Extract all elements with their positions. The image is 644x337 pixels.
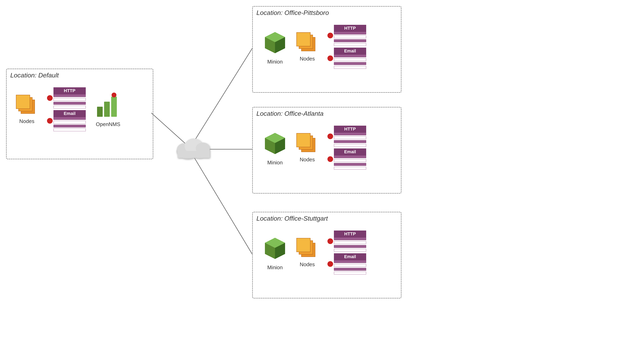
http-line2 [54,98,86,101]
stuttgart-label: Location: Office-Stuttgart [256,215,328,222]
minion-label-stuttgart: Minion [267,264,283,271]
http-service-atlanta: HTTP [328,126,366,147]
http-lines-default [54,94,86,108]
http-service-default: HTTP [47,87,86,108]
nodes-icon-default [17,96,37,116]
http-badge-stuttgart: HTTP [334,231,366,237]
services-stuttgart: HTTP Email [328,231,366,276]
svg-line-3 [192,153,252,254]
http-badge-default: HTTP [54,87,86,94]
nodes-sq3-p [296,32,310,46]
location-default: Location: Default Nodes HTTP [6,68,153,159]
default-label: Location: Default [10,72,59,79]
svg-rect-11 [104,102,110,117]
email-dot-pittsboro [328,55,333,61]
minion-icon-atlanta [263,131,287,157]
location-pittsboro: Location: Office-Pittsboro Minion [252,6,402,93]
services-default: HTTP Email [47,87,86,132]
svg-rect-9 [178,151,210,158]
email-badge-atlanta: Email [334,148,366,155]
nodes-group-stuttgart: Nodes [297,239,317,268]
minion-group-stuttgart: Minion [263,236,287,271]
email-block-default: Email [54,110,86,131]
nodes-group-atlanta: Nodes [297,134,317,163]
email-service-pittsboro: Email [328,48,366,69]
http-dot-stuttgart [328,238,333,244]
email-service-atlanta: Email [328,148,366,170]
email-lines-pittsboro [334,54,366,69]
location-atlanta: Location: Office-Atlanta Minion [252,107,402,194]
http-lines-pittsboro [334,32,366,46]
minion-group-atlanta: Minion [263,131,287,166]
services-atlanta: HTTP Email [328,126,366,171]
email-badge-stuttgart: Email [334,253,366,260]
email-service-stuttgart: Email [328,253,366,275]
nodes-icon-stuttgart [297,239,317,259]
minion-icon-stuttgart [263,236,287,262]
email-line1 [54,117,86,120]
email-service-default: Email [47,110,86,131]
minion-icon-pittsboro [263,30,287,56]
opennms-icon-default [96,93,120,119]
email-dot-stuttgart [328,261,333,267]
http-block-default: HTTP [54,87,86,108]
opennms-label-default: OpenNMS [96,121,120,127]
opennms-group-default: OpenNMS [96,93,120,127]
minion-group-pittsboro: Minion [263,30,287,65]
svg-point-13 [112,93,116,97]
email-line2 [54,121,86,124]
minion-label-pittsboro: Minion [267,59,283,65]
http-badge-atlanta: HTTP [334,126,366,132]
email-line4 [54,128,86,131]
http-line1 [54,94,86,97]
email-dot-default [47,118,53,124]
svg-line-1 [192,48,252,145]
cloud-icon [174,133,214,161]
email-line3 [54,125,86,127]
services-pittsboro: HTTP Email [328,25,366,70]
svg-rect-12 [111,97,117,117]
http-dot-pittsboro [328,33,333,38]
http-line4 [54,106,86,108]
nodes-icon-atlanta [297,134,317,154]
http-service-stuttgart: HTTP [328,231,366,252]
nodes-icon-pittsboro [297,33,317,53]
email-block-pittsboro: Email [334,48,366,69]
email-dot-atlanta [328,156,333,162]
nodes-group-default: Nodes [17,96,37,124]
email-lines-default [54,117,86,131]
location-stuttgart: Location: Office-Stuttgart Minion [252,212,402,299]
diagram-container: Location: Default Nodes HTTP [0,0,644,337]
pittsboro-label: Location: Office-Pittsboro [256,9,329,16]
nodes-label-atlanta: Nodes [300,156,315,163]
email-badge-default: Email [54,110,86,117]
minion-label-atlanta: Minion [267,160,283,166]
http-badge-pittsboro: HTTP [334,25,366,32]
http-block-pittsboro: HTTP [334,25,366,46]
nodes-label-stuttgart: Nodes [300,261,315,268]
nodes-label-default: Nodes [19,118,34,124]
atlanta-label: Location: Office-Atlanta [256,110,324,117]
nodes-sq3 [16,95,30,109]
nodes-group-pittsboro: Nodes [297,33,317,62]
nodes-label-pittsboro: Nodes [300,56,315,62]
http-line3 [54,102,86,105]
http-dot-default [47,95,53,101]
svg-rect-10 [97,107,103,117]
http-service-pittsboro: HTTP [328,25,366,46]
http-dot-atlanta [328,133,333,139]
email-badge-pittsboro: Email [334,48,366,54]
